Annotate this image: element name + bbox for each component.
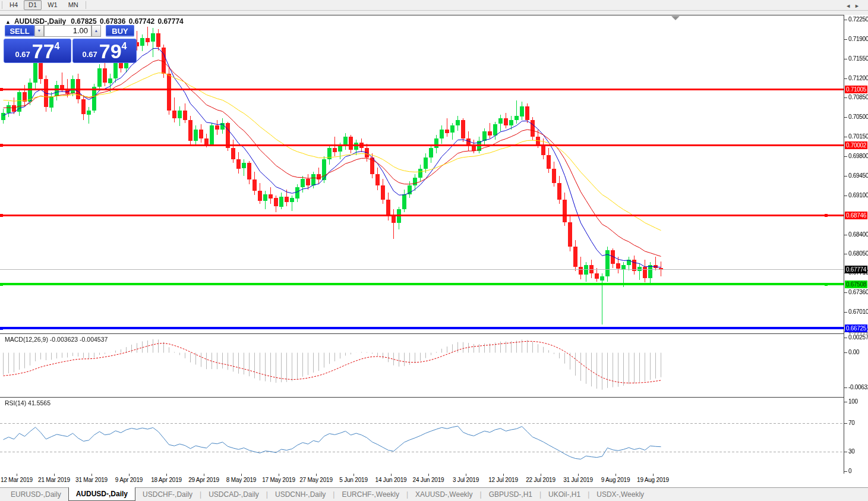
macd-label: MACD(12,26,9) -0.003623 -0.004537 xyxy=(5,336,108,343)
date-tick xyxy=(279,474,279,476)
price-axis-label: 0.71550 xyxy=(848,55,868,62)
buy-price-button[interactable]: 0.67 79 4 xyxy=(72,39,137,63)
price-axis-label: 0.67360 xyxy=(848,289,868,295)
axis-tick xyxy=(844,352,847,353)
macd-axis-label: 0.00 xyxy=(848,349,859,355)
one-click-trade-widget: SELL ▼ 1.00 ▲ BUY 0.67 77 4 0.67 79 4 xyxy=(4,24,138,63)
date-axis-label: 18 Apr 2019 xyxy=(151,477,182,483)
date-axis-label: 24 Jun 2019 xyxy=(413,477,444,483)
timeframe-button-mn[interactable]: MN xyxy=(64,0,83,10)
rsi-panel-border xyxy=(0,397,868,398)
macd-indicator-chart[interactable] xyxy=(0,333,844,397)
tab-usdx-weekly[interactable]: USDX-,Weekly xyxy=(589,489,651,500)
tab-xauusd-weekly[interactable]: XAUUSD-,Weekly xyxy=(408,489,479,500)
date-axis-label: 19 Aug 2019 xyxy=(637,477,669,483)
date-tick xyxy=(17,474,17,476)
axis-tick xyxy=(844,235,847,235)
date-tick xyxy=(466,474,466,476)
rsi-label: RSI(14) 41.5565 xyxy=(5,399,50,407)
axis-tick xyxy=(844,20,847,20)
price-badge: 0.70002 xyxy=(845,141,867,149)
mt4-window: H4D1W1MN ▲AUDUSD-,Daily0.67825 0.67836 0… xyxy=(0,0,868,501)
tabs-scroll-left-icon[interactable]: ◄ xyxy=(845,3,854,9)
sell-price-sup: 4 xyxy=(55,41,60,52)
date-axis-label: 3 Jul 2019 xyxy=(453,477,479,483)
price-axis[interactable]: 0.722500.719000.715500.712000.708500.705… xyxy=(844,15,868,474)
tabs-scroll-right-icon[interactable]: ► xyxy=(854,3,863,9)
axis-tick xyxy=(844,471,847,472)
date-axis-label: 17 May 2019 xyxy=(262,477,295,483)
date-axis-label: 5 Jun 2019 xyxy=(339,477,368,483)
axis-tick xyxy=(844,254,847,254)
price-badge: 0.66725 xyxy=(845,324,867,332)
price-axis-label: 0.69450 xyxy=(848,172,868,179)
price-axis-label: 0.72250 xyxy=(848,16,868,23)
date-tick xyxy=(541,474,541,476)
price-axis-label: 0.68400 xyxy=(848,231,868,238)
date-tick xyxy=(241,474,242,476)
rsi-axis-label: 100 xyxy=(848,398,858,405)
price-axis-label: 0.67010 xyxy=(848,308,868,315)
date-tick xyxy=(428,474,429,476)
price-badge: 0.67508 xyxy=(845,281,867,288)
axis-tick xyxy=(844,156,847,157)
axis-tick xyxy=(844,312,847,313)
axis-tick xyxy=(844,387,847,388)
date-tick xyxy=(353,474,354,476)
date-axis[interactable]: 12 Mar 201921 Mar 201931 Mar 20199 Apr 2… xyxy=(0,474,868,487)
axis-tick xyxy=(844,423,847,424)
rsi-axis-label: 30 xyxy=(848,448,855,455)
price-axis-label: 0.71900 xyxy=(848,36,868,42)
tab-eurchf-weekly[interactable]: EURCHF-,Weekly xyxy=(334,489,406,500)
buy-price-prefix: 0.67 xyxy=(82,50,97,59)
axis-tick xyxy=(844,97,847,98)
date-tick xyxy=(316,474,317,476)
axis-tick xyxy=(844,402,847,402)
date-axis-label: 31 Jul 2019 xyxy=(563,477,593,483)
volume-increase-button[interactable]: ▲ xyxy=(91,25,101,37)
timeframe-button-h4[interactable]: H4 xyxy=(5,0,23,10)
buy-button[interactable]: BUY xyxy=(106,25,134,37)
axis-tick xyxy=(844,137,847,137)
date-axis-label: 31 Mar 2019 xyxy=(75,477,108,483)
axis-tick xyxy=(844,59,847,59)
date-axis-label: 9 Apr 2019 xyxy=(115,477,143,483)
date-axis-label: 12 Jul 2019 xyxy=(488,477,518,483)
macd-axis-label: -0.006326 xyxy=(848,384,868,390)
date-axis-label: 27 May 2019 xyxy=(299,477,333,483)
date-tick xyxy=(204,474,204,476)
price-axis-label: 0.69800 xyxy=(848,153,868,159)
price-badge: 0.68746 xyxy=(845,212,867,219)
date-axis-label: 21 Mar 2019 xyxy=(38,477,70,483)
macd-panel-border xyxy=(0,333,868,334)
buy-price-big: 79 xyxy=(99,41,122,61)
timeframe-button-d1[interactable]: D1 xyxy=(24,0,42,10)
sell-button[interactable]: SELL xyxy=(5,25,34,37)
price-axis-label: 0.69100 xyxy=(848,192,868,198)
date-axis-label: 12 Mar 2019 xyxy=(1,477,33,483)
chevron-up-icon: ▲ xyxy=(94,29,99,33)
tab-usdcad-daily[interactable]: USDCAD-,Daily xyxy=(201,489,266,500)
tab-audusd-daily[interactable]: AUDUSD-,Daily xyxy=(68,487,135,501)
volume-input[interactable]: 1.00 xyxy=(44,25,91,37)
axis-tick xyxy=(844,176,847,177)
buy-price-sup: 4 xyxy=(122,41,127,52)
price-axis-label: 0.71200 xyxy=(848,75,868,81)
tab-ukoil-h1[interactable]: UKOil-,H1 xyxy=(541,489,588,500)
tab-usdchf-daily[interactable]: USDCHF-,Daily xyxy=(135,489,200,500)
chevron-down-icon: ▼ xyxy=(37,29,42,33)
tab-eurusd-daily[interactable]: EURUSD-,Daily xyxy=(4,489,68,500)
tab-gbpusd-h1[interactable]: GBPUSD-,H1 xyxy=(482,489,539,500)
tab-usdcnh-daily[interactable]: USDCNH-,Daily xyxy=(268,489,333,500)
chart-top-border xyxy=(0,15,868,15)
timeframe-button-w1[interactable]: W1 xyxy=(43,0,62,10)
axis-tick xyxy=(844,292,847,293)
price-axis-label: 0.70500 xyxy=(848,114,868,120)
date-tick xyxy=(391,474,392,476)
volume-decrease-button[interactable]: ▼ xyxy=(34,25,44,37)
rsi-indicator-chart[interactable] xyxy=(0,397,844,474)
sell-price-button[interactable]: 0.67 77 4 xyxy=(4,39,71,63)
sell-price-big: 77 xyxy=(32,41,55,61)
price-badge: 0.67774 xyxy=(845,266,867,273)
tab-nav-arrows: ◄► xyxy=(845,3,863,9)
